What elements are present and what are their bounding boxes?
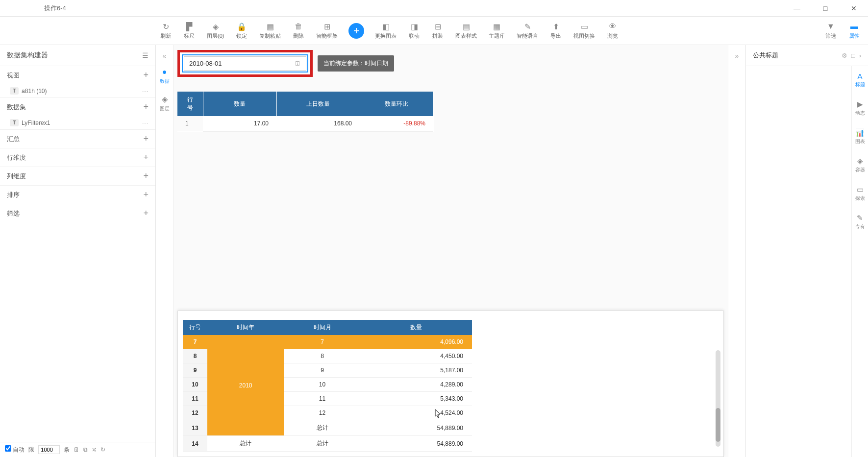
collapse-icon[interactable]: ☰ — [142, 51, 149, 59]
toolbar-视图切换[interactable]: ▭ 视图切换 — [568, 20, 601, 42]
right-tab-容器[interactable]: ◈容器 — [853, 151, 867, 179]
date-input[interactable]: 2010-08-01 🗓 — [184, 56, 306, 71]
close-button[interactable]: ✕ — [840, 0, 868, 17]
toolbar-主题库[interactable]: ▦ 主题库 — [483, 20, 511, 42]
section-col_dim[interactable]: 列维度+ — [0, 167, 155, 185]
toolbar-属性[interactable]: ▬ 属性 — [843, 20, 866, 42]
add-icon[interactable]: + — [143, 208, 149, 218]
add-icon[interactable]: + — [143, 102, 149, 112]
联动-icon: ◨ — [409, 22, 419, 31]
center-left-nav: « ●数据 ◈图层 — [156, 45, 174, 457]
section-item[interactable]: Ta81h (10)··· — [0, 84, 155, 97]
add-icon[interactable]: + — [143, 171, 149, 181]
toolbar-刷新[interactable]: ↻ 刷新 — [154, 20, 177, 42]
section-item[interactable]: TLyFilterex1··· — [0, 116, 155, 129]
right-tab-标题[interactable]: A标题 — [853, 66, 867, 94]
limit-input[interactable] — [38, 445, 60, 454]
section-row_dim[interactable]: 行维度+ — [0, 148, 155, 167]
collapse-left-icon[interactable]: « — [160, 49, 170, 63]
add-icon[interactable]: + — [143, 152, 149, 163]
toolbar-浏览[interactable]: 👁 浏览 — [601, 20, 624, 42]
add-icon[interactable]: + — [143, 70, 149, 80]
summary-table: 行号数量上日数量数量环比 117.00168.00-89.88% — [177, 92, 434, 132]
toolbar-图层(0)[interactable]: ◈ 图层(0) — [201, 20, 230, 42]
square-icon[interactable]: □ — [851, 52, 855, 59]
right-tab-专有[interactable]: ✎专有 — [853, 208, 867, 236]
复制粘贴-icon: ▦ — [265, 22, 275, 31]
toolbar-智能框架[interactable]: ⊞ 智能框架 — [310, 20, 344, 42]
table-row[interactable]: 14总计总计54,889.00 — [183, 436, 472, 452]
toolbar-标尺[interactable]: ▛ 标尺 — [177, 20, 201, 42]
toolbar-联动[interactable]: ◨ 联动 — [402, 20, 426, 42]
chevron-right-icon[interactable]: › — [859, 52, 861, 59]
table-row[interactable]: 117.00168.00-89.88% — [177, 116, 433, 131]
left-sidebar: 数据集构建器 ☰ 视图+Ta81h (10)···数据集+TLyFilterex… — [0, 45, 156, 457]
图层(0)-icon: ◈ — [211, 22, 221, 31]
scrollbar[interactable] — [716, 350, 720, 447]
auto-checkbox[interactable]: 自动 — [5, 445, 25, 454]
section-filter[interactable]: 筛选+ — [0, 204, 155, 222]
toolbar-更换图表[interactable]: ◧ 更换图表 — [369, 20, 402, 42]
title-bar: 操作6-4 — □ ✕ — [0, 0, 868, 17]
toolbar-图表样式[interactable]: ▤ 图表样式 — [449, 20, 483, 42]
refresh-icon[interactable]: ↻ — [100, 446, 105, 453]
table-header: 行号 — [177, 92, 203, 116]
toolbar-删除[interactable]: 🗑 删除 — [287, 20, 310, 42]
calendar-icon[interactable]: 🗓 — [74, 446, 79, 453]
section-sort[interactable]: 排序+ — [0, 185, 155, 204]
shuffle-icon[interactable]: ⤭ — [92, 446, 97, 453]
视图切换-icon: ▭ — [579, 22, 589, 31]
浏览-icon: 👁 — [608, 22, 618, 31]
copy-icon[interactable]: ⧉ — [83, 446, 88, 453]
table-header: 时间月 — [284, 320, 360, 335]
toolbar-导出[interactable]: ⬆ 导出 — [544, 20, 568, 42]
left-bottom-bar: 自动 限 条 🗓 ⧉ ⤭ ↻ — [0, 442, 155, 457]
more-icon[interactable]: ··· — [142, 120, 149, 126]
main-toolbar: ↻ 刷新 ▛ 标尺 ◈ 图层(0) 🔒 锁定 ▦ 复制粘贴 🗑 删除 ⊞ 智能框… — [0, 17, 868, 45]
minimize-button[interactable]: — — [783, 0, 811, 17]
date-picker-highlight: 2010-08-01 🗓 — [177, 50, 313, 77]
canvas-area: « ●数据 ◈图层 2010-08-01 🗓 — [156, 45, 745, 457]
detail-table-panel: 行号时间年时间月数量 7201074,096.00884,450.00995,1… — [177, 311, 724, 457]
toolbar-筛选[interactable]: ▼ 筛选 — [819, 20, 843, 42]
side-tab-图层[interactable]: ◈图层 — [158, 90, 172, 117]
属性-icon: ▬ — [849, 22, 859, 31]
table-header: 数量 — [203, 92, 276, 116]
section-summary[interactable]: 汇总+ — [0, 129, 155, 148]
筛选-icon: ▼ — [826, 22, 836, 31]
标尺-icon: ▛ — [184, 22, 194, 31]
删除-icon: 🗑 — [294, 22, 303, 31]
table-header: 上日数量 — [276, 92, 360, 116]
side-tab-数据[interactable]: ●数据 — [158, 63, 172, 90]
right-tab-图表[interactable]: 📊图表 — [853, 122, 867, 151]
scrollbar-thumb[interactable] — [716, 408, 720, 442]
right-tab-动态[interactable]: ▶动态 — [853, 94, 867, 122]
主题库-icon: ▦ — [492, 22, 502, 31]
add-icon[interactable]: + — [143, 190, 149, 200]
calendar-icon[interactable]: 🗓 — [295, 60, 301, 67]
maximize-button[interactable]: □ — [811, 0, 840, 17]
collapse-right-icon[interactable]: » — [732, 49, 742, 63]
拼装-icon: ⊟ — [433, 22, 443, 31]
document-title: 操作6-4 — [44, 4, 66, 13]
right-tab-探索[interactable]: ▭探索 — [853, 179, 867, 208]
section-dataset[interactable]: 数据集+ — [0, 97, 155, 116]
table-row[interactable]: 7201074,096.00 — [183, 335, 472, 349]
gear-icon[interactable]: ⚙ — [842, 52, 847, 59]
toolbar-智能语言[interactable]: ✎ 智能语言 — [511, 20, 544, 42]
toolbar-拼装[interactable]: ⊟ 拼装 — [426, 20, 449, 42]
more-icon[interactable]: ··· — [142, 88, 149, 95]
更换图表-icon: ◧ — [381, 22, 391, 31]
智能框架-icon: ⊞ — [322, 22, 332, 31]
detail-table[interactable]: 行号时间年时间月数量 7201074,096.00884,450.00995,1… — [183, 320, 472, 452]
merged-year-cell[interactable]: 2010 — [207, 335, 284, 436]
table-header: 数量 — [361, 320, 472, 335]
toolbar-复制粘贴[interactable]: ▦ 复制粘贴 — [253, 20, 287, 42]
toolbar-锁定[interactable]: 🔒 锁定 — [230, 20, 253, 42]
section-view[interactable]: 视图+ — [0, 66, 155, 84]
add-button[interactable]: + — [348, 23, 364, 39]
刷新-icon: ↻ — [161, 22, 171, 31]
add-icon[interactable]: + — [143, 134, 149, 144]
right-sidebar: 公共标题 ⚙ □ › A标题 ▶动态 📊图表 ◈容器 ▭探索 ✎专有 — [745, 45, 868, 457]
right-panel-header: 公共标题 ⚙ □ › — [746, 45, 868, 66]
